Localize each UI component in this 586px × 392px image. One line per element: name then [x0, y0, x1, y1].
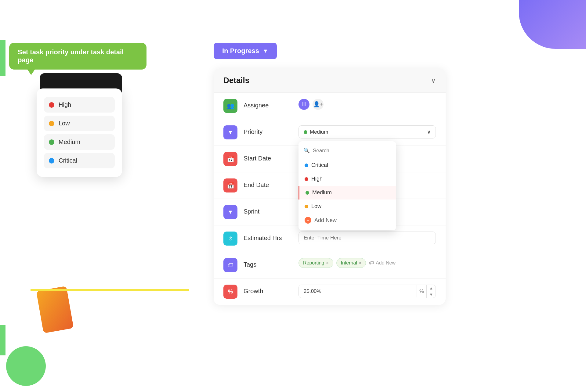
end-date-icon: 📅: [223, 178, 237, 192]
option-label-high: High: [311, 176, 323, 182]
status-chevron-icon: ▼: [263, 48, 268, 54]
tag-internal-close[interactable]: ×: [359, 261, 361, 265]
tags-value: Reporting × Internal × 🏷 Add New: [298, 258, 436, 268]
decorative-yellow-line: [31, 289, 189, 291]
tag-reporting-label: Reporting: [303, 260, 324, 266]
option-dot-low: [305, 205, 308, 208]
time-input[interactable]: [298, 232, 436, 244]
growth-down-button[interactable]: ▼: [427, 291, 436, 298]
add-tag-button[interactable]: 🏷 Add New: [369, 260, 396, 266]
priority-label-high: High: [59, 101, 71, 108]
option-label-medium: Medium: [312, 189, 332, 196]
tags-icon: 🏷: [223, 258, 237, 272]
tags-label: Tags: [244, 258, 292, 268]
priority-item-low[interactable]: Low: [44, 116, 115, 131]
growth-icon: %: [223, 285, 237, 299]
dot-blue: [49, 158, 54, 164]
growth-label: Growth: [244, 285, 292, 295]
details-card: Details ∨ 👥 Assignee H 👤+ ▼ Priority: [214, 68, 446, 305]
add-tag-label: Add New: [376, 260, 396, 266]
decorative-stripe-2: [0, 325, 5, 355]
start-date-icon: 📅: [223, 152, 237, 166]
estimated-hrs-value: [298, 232, 436, 244]
option-dot-high: [305, 177, 308, 181]
priority-item-critical[interactable]: Critical: [44, 153, 115, 168]
add-new-option[interactable]: + Add New: [298, 213, 396, 227]
priority-item-high[interactable]: High: [44, 97, 115, 113]
priority-label: Priority: [244, 125, 292, 135]
growth-arrows: ▲ ▼: [426, 285, 436, 298]
priority-icon: ▼: [223, 125, 237, 139]
priority-value: Medium ∨ 🔍 Critical: [298, 125, 436, 138]
tag-reporting-close[interactable]: ×: [326, 261, 328, 265]
decorative-circle: [6, 346, 46, 386]
priority-label-low: Low: [59, 120, 70, 127]
details-title: Details: [223, 76, 249, 85]
option-high[interactable]: High: [298, 172, 396, 186]
dot-green: [49, 139, 54, 145]
option-label-low: Low: [311, 203, 321, 210]
tag-internal-label: Internal: [341, 260, 357, 266]
details-collapse-icon[interactable]: ∨: [431, 77, 436, 85]
priority-list-card: High Low Medium Critical: [37, 88, 122, 177]
assignee-label: Assignee: [244, 99, 292, 109]
row-priority: ▼ Priority Medium ∨ 🔍: [214, 119, 446, 146]
row-tags: 🏷 Tags Reporting × Internal × 🏷 Add New: [214, 252, 446, 279]
details-header: Details ∨: [214, 68, 446, 93]
avatar-add-button[interactable]: 👤+: [313, 99, 324, 110]
add-new-label: Add New: [314, 217, 337, 224]
estimated-hrs-icon: ⏱: [223, 232, 237, 246]
decorative-blob-top-right: [519, 0, 586, 49]
add-new-icon: +: [305, 217, 311, 224]
priority-label-medium: Medium: [59, 138, 80, 146]
priority-dropdown-menu: 🔍 Critical High Me: [298, 141, 396, 230]
end-date-label: End Date: [244, 178, 292, 189]
priority-label-critical: Critical: [59, 157, 77, 164]
option-dot-critical: [305, 164, 308, 167]
row-growth: % Growth % ▲ ▼: [214, 279, 446, 305]
search-icon: 🔍: [303, 147, 310, 154]
option-critical[interactable]: Critical: [298, 158, 396, 172]
tag-internal[interactable]: Internal ×: [336, 258, 366, 268]
decorative-stripe-1: [0, 40, 5, 76]
growth-input[interactable]: [299, 285, 417, 297]
priority-select[interactable]: Medium ∨: [298, 125, 436, 138]
search-input[interactable]: [313, 148, 391, 154]
avatar-h: H: [298, 99, 309, 110]
estimated-hrs-label: Estimated Hrs: [244, 232, 292, 242]
dot-red: [49, 102, 54, 108]
option-label-critical: Critical: [311, 162, 328, 168]
assignee-icon: 👥: [223, 99, 237, 113]
sprint-icon: ▼: [223, 205, 237, 219]
option-dot-medium: [306, 191, 309, 195]
tooltip-bubble: Set task priority under task detail page: [9, 43, 146, 70]
growth-unit: %: [417, 285, 426, 297]
option-low[interactable]: Low: [298, 200, 396, 213]
tooltip-text: Set task priority under task detail page: [18, 48, 124, 64]
status-button[interactable]: In Progress ▼: [214, 43, 277, 59]
dot-yellow: [49, 121, 54, 126]
row-assignee: 👥 Assignee H 👤+: [214, 93, 446, 119]
growth-value-container: % ▲ ▼: [298, 285, 436, 298]
main-content: In Progress ▼ Details ∨ 👥 Assignee H 👤+ …: [214, 43, 574, 305]
growth-up-button[interactable]: ▲: [427, 285, 436, 291]
assignee-value: H 👤+: [298, 99, 436, 110]
priority-dropdown-container: Medium ∨ 🔍 Critical: [298, 125, 436, 138]
priority-item-medium[interactable]: Medium: [44, 134, 115, 150]
option-medium[interactable]: Medium: [298, 186, 396, 200]
start-date-label: Start Date: [244, 152, 292, 162]
dropdown-search-row: 🔍: [298, 144, 396, 157]
priority-chevron-icon: ∨: [427, 129, 431, 135]
priority-dot: [304, 130, 307, 134]
sprint-label: Sprint: [244, 205, 292, 215]
status-label: In Progress: [222, 47, 259, 55]
decorative-orange-block: [36, 286, 74, 333]
tag-icon: 🏷: [369, 260, 374, 266]
tag-reporting[interactable]: Reporting ×: [298, 258, 333, 268]
growth-input-wrap: % ▲ ▼: [298, 285, 436, 298]
priority-current: Medium: [310, 129, 328, 135]
